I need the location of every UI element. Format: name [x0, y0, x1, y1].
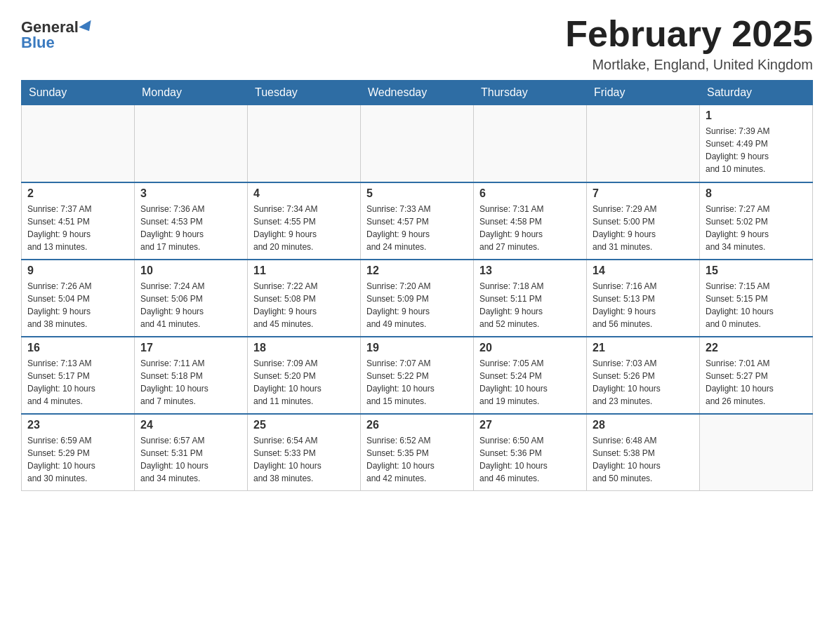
calendar-day-cell: [22, 105, 135, 182]
calendar-day-cell: [361, 105, 474, 182]
calendar-day-header: Friday: [587, 81, 700, 105]
calendar-day-cell: 19Sunrise: 7:07 AM Sunset: 5:22 PM Dayli…: [361, 337, 474, 414]
logo-arrow-icon: [79, 20, 95, 34]
day-info: Sunrise: 7:20 AM Sunset: 5:09 PM Dayligh…: [366, 280, 468, 330]
logo: General Blue: [21, 14, 94, 51]
title-block: February 2025 Mortlake, England, United …: [565, 14, 813, 73]
calendar-day-cell: 24Sunrise: 6:57 AM Sunset: 5:31 PM Dayli…: [135, 414, 248, 491]
calendar-day-header: Saturday: [700, 81, 813, 105]
calendar-day-cell: 23Sunrise: 6:59 AM Sunset: 5:29 PM Dayli…: [22, 414, 135, 491]
day-info: Sunrise: 7:29 AM Sunset: 5:00 PM Dayligh…: [593, 203, 694, 253]
calendar-day-cell: [248, 105, 361, 182]
day-info: Sunrise: 7:34 AM Sunset: 4:55 PM Dayligh…: [253, 203, 355, 253]
calendar-day-cell: 15Sunrise: 7:15 AM Sunset: 5:15 PM Dayli…: [700, 260, 813, 337]
day-number: 9: [27, 264, 128, 277]
calendar-day-cell: 20Sunrise: 7:05 AM Sunset: 5:24 PM Dayli…: [474, 337, 587, 414]
day-number: 28: [593, 419, 694, 431]
day-number: 19: [366, 342, 468, 354]
day-number: 20: [479, 342, 581, 354]
calendar-day-cell: 11Sunrise: 7:22 AM Sunset: 5:08 PM Dayli…: [248, 260, 361, 337]
logo-blue-text: Blue: [21, 35, 55, 51]
day-number: 8: [706, 187, 807, 200]
calendar-day-cell: 12Sunrise: 7:20 AM Sunset: 5:09 PM Dayli…: [361, 260, 474, 337]
calendar-week-row: 9Sunrise: 7:26 AM Sunset: 5:04 PM Daylig…: [22, 260, 813, 337]
day-number: 7: [593, 187, 694, 200]
day-number: 4: [253, 187, 355, 200]
calendar-day-header: Monday: [135, 81, 248, 105]
calendar-day-cell: 22Sunrise: 7:01 AM Sunset: 5:27 PM Dayli…: [700, 337, 813, 414]
day-info: Sunrise: 7:15 AM Sunset: 5:15 PM Dayligh…: [706, 280, 807, 330]
day-info: Sunrise: 6:54 AM Sunset: 5:33 PM Dayligh…: [253, 434, 355, 485]
day-info: Sunrise: 7:26 AM Sunset: 5:04 PM Dayligh…: [27, 280, 128, 330]
calendar-day-header: Sunday: [22, 81, 135, 105]
calendar-day-cell: 9Sunrise: 7:26 AM Sunset: 5:04 PM Daylig…: [22, 260, 135, 337]
day-number: 16: [27, 342, 128, 354]
day-info: Sunrise: 6:57 AM Sunset: 5:31 PM Dayligh…: [140, 434, 241, 485]
calendar-day-cell: 21Sunrise: 7:03 AM Sunset: 5:26 PM Dayli…: [587, 337, 700, 414]
day-number: 26: [366, 419, 468, 431]
calendar-day-cell: [135, 105, 248, 182]
day-info: Sunrise: 6:59 AM Sunset: 5:29 PM Dayligh…: [27, 434, 128, 485]
calendar-day-cell: 7Sunrise: 7:29 AM Sunset: 5:00 PM Daylig…: [587, 182, 700, 260]
calendar-day-cell: 3Sunrise: 7:36 AM Sunset: 4:53 PM Daylig…: [135, 182, 248, 260]
day-number: 10: [140, 264, 241, 277]
day-info: Sunrise: 7:39 AM Sunset: 4:49 PM Dayligh…: [706, 125, 807, 175]
day-info: Sunrise: 7:36 AM Sunset: 4:53 PM Dayligh…: [140, 203, 241, 253]
day-info: Sunrise: 7:22 AM Sunset: 5:08 PM Dayligh…: [253, 280, 355, 330]
calendar-day-cell: [587, 105, 700, 182]
location-title: Mortlake, England, United Kingdom: [565, 57, 813, 73]
day-info: Sunrise: 7:37 AM Sunset: 4:51 PM Dayligh…: [27, 203, 128, 253]
day-number: 11: [253, 264, 355, 277]
calendar-day-cell: 17Sunrise: 7:11 AM Sunset: 5:18 PM Dayli…: [135, 337, 248, 414]
day-info: Sunrise: 7:09 AM Sunset: 5:20 PM Dayligh…: [253, 357, 355, 408]
day-number: 27: [479, 419, 581, 431]
day-number: 12: [366, 264, 468, 277]
calendar-day-header: Tuesday: [248, 81, 361, 105]
calendar-table: SundayMondayTuesdayWednesdayThursdayFrid…: [21, 80, 813, 491]
day-info: Sunrise: 7:07 AM Sunset: 5:22 PM Dayligh…: [366, 357, 468, 408]
day-info: Sunrise: 6:52 AM Sunset: 5:35 PM Dayligh…: [366, 434, 468, 485]
day-info: Sunrise: 7:27 AM Sunset: 5:02 PM Dayligh…: [706, 203, 807, 253]
day-info: Sunrise: 7:05 AM Sunset: 5:24 PM Dayligh…: [479, 357, 581, 408]
calendar-header-row: SundayMondayTuesdayWednesdayThursdayFrid…: [22, 81, 813, 105]
calendar-day-cell: 28Sunrise: 6:48 AM Sunset: 5:38 PM Dayli…: [587, 414, 700, 491]
day-number: 25: [253, 419, 355, 431]
calendar-day-cell: 13Sunrise: 7:18 AM Sunset: 5:11 PM Dayli…: [474, 260, 587, 337]
calendar-day-cell: [474, 105, 587, 182]
calendar-day-cell: 4Sunrise: 7:34 AM Sunset: 4:55 PM Daylig…: [248, 182, 361, 260]
page-header: General Blue February 2025 Mortlake, Eng…: [21, 14, 813, 73]
day-number: 23: [27, 419, 128, 431]
day-info: Sunrise: 7:33 AM Sunset: 4:57 PM Dayligh…: [366, 203, 468, 253]
calendar-day-cell: 8Sunrise: 7:27 AM Sunset: 5:02 PM Daylig…: [700, 182, 813, 260]
day-number: 1: [706, 109, 807, 122]
calendar-week-row: 2Sunrise: 7:37 AM Sunset: 4:51 PM Daylig…: [22, 182, 813, 260]
day-number: 18: [253, 342, 355, 354]
day-number: 5: [366, 187, 468, 200]
day-number: 17: [140, 342, 241, 354]
calendar-day-cell: 18Sunrise: 7:09 AM Sunset: 5:20 PM Dayli…: [248, 337, 361, 414]
day-number: 15: [706, 264, 807, 277]
day-number: 24: [140, 419, 241, 431]
calendar-week-row: 1Sunrise: 7:39 AM Sunset: 4:49 PM Daylig…: [22, 105, 813, 182]
day-number: 2: [27, 187, 128, 200]
calendar-day-header: Wednesday: [361, 81, 474, 105]
day-info: Sunrise: 7:16 AM Sunset: 5:13 PM Dayligh…: [593, 280, 694, 330]
calendar-day-cell: 6Sunrise: 7:31 AM Sunset: 4:58 PM Daylig…: [474, 182, 587, 260]
calendar-day-cell: 16Sunrise: 7:13 AM Sunset: 5:17 PM Dayli…: [22, 337, 135, 414]
calendar-day-header: Thursday: [474, 81, 587, 105]
day-number: 21: [593, 342, 694, 354]
day-number: 3: [140, 187, 241, 200]
day-number: 14: [593, 264, 694, 277]
day-number: 13: [479, 264, 581, 277]
day-number: 6: [479, 187, 581, 200]
calendar-week-row: 16Sunrise: 7:13 AM Sunset: 5:17 PM Dayli…: [22, 337, 813, 414]
day-info: Sunrise: 7:31 AM Sunset: 4:58 PM Dayligh…: [479, 203, 581, 253]
calendar-day-cell: 5Sunrise: 7:33 AM Sunset: 4:57 PM Daylig…: [361, 182, 474, 260]
day-info: Sunrise: 7:18 AM Sunset: 5:11 PM Dayligh…: [479, 280, 581, 330]
day-info: Sunrise: 7:13 AM Sunset: 5:17 PM Dayligh…: [27, 357, 128, 408]
day-info: Sunrise: 7:03 AM Sunset: 5:26 PM Dayligh…: [593, 357, 694, 408]
day-number: 22: [706, 342, 807, 354]
calendar-day-cell: 26Sunrise: 6:52 AM Sunset: 5:35 PM Dayli…: [361, 414, 474, 491]
month-title: February 2025: [565, 14, 813, 54]
calendar-day-cell: [700, 414, 813, 491]
